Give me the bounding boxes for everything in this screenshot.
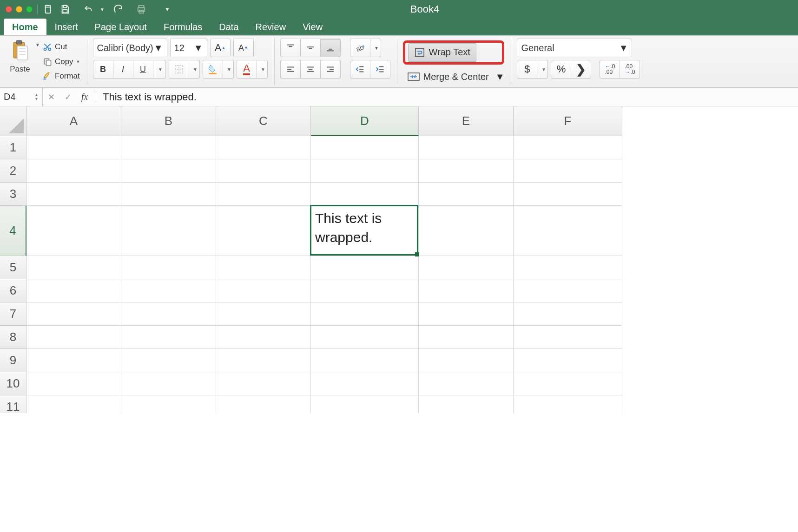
- align-top-button[interactable]: [280, 39, 301, 57]
- orientation-dropdown[interactable]: ▼: [370, 39, 381, 57]
- cell-A10[interactable]: [26, 372, 121, 395]
- fx-button[interactable]: fx: [76, 88, 93, 106]
- tab-home[interactable]: Home: [4, 19, 46, 35]
- confirm-formula-button[interactable]: ✓: [59, 88, 76, 106]
- cell-D6[interactable]: [311, 279, 419, 302]
- font-color-button[interactable]: A: [237, 60, 257, 79]
- print-icon[interactable]: [135, 3, 147, 15]
- column-header-D[interactable]: D: [311, 106, 419, 136]
- tab-insert[interactable]: Insert: [46, 19, 86, 35]
- cell-B8[interactable]: [121, 326, 216, 349]
- increase-decimal-button[interactable]: ←.0.00: [600, 60, 620, 79]
- formula-input[interactable]: This text is wrapped.: [99, 91, 798, 103]
- cell-B9[interactable]: [121, 349, 216, 372]
- decrease-decimal-button[interactable]: .00→.0: [620, 60, 640, 79]
- cell-B1[interactable]: [121, 136, 216, 159]
- row-header-3[interactable]: 3: [0, 183, 26, 206]
- cell-D8[interactable]: [311, 326, 419, 349]
- row-header-5[interactable]: 5: [0, 256, 26, 279]
- cell-C9[interactable]: [216, 349, 311, 372]
- select-all-corner[interactable]: [0, 106, 26, 136]
- number-format-select[interactable]: General▼: [517, 39, 632, 57]
- cell-F8[interactable]: [514, 326, 622, 349]
- paste-dropdown-icon[interactable]: ▼: [35, 42, 40, 47]
- row-header-6[interactable]: 6: [0, 279, 26, 302]
- cell-B7[interactable]: [121, 302, 216, 326]
- cell-D3[interactable]: [311, 183, 419, 206]
- row-header-7[interactable]: 7: [0, 302, 26, 326]
- currency-button[interactable]: $: [517, 60, 537, 79]
- cell-A2[interactable]: [26, 159, 121, 183]
- column-header-F[interactable]: F: [514, 106, 622, 136]
- undo-icon[interactable]: [82, 3, 94, 15]
- currency-dropdown[interactable]: ▼: [537, 60, 548, 79]
- selected-cell[interactable]: This text is wrapped.: [310, 205, 418, 256]
- cell-C5[interactable]: [216, 256, 311, 279]
- comma-button[interactable]: ❯: [571, 60, 591, 79]
- cell-C7[interactable]: [216, 302, 311, 326]
- cell-D1[interactable]: [311, 136, 419, 159]
- fill-color-dropdown[interactable]: ▼: [223, 60, 234, 79]
- column-header-C[interactable]: C: [216, 106, 311, 136]
- cell-E6[interactable]: [419, 279, 514, 302]
- cell-D2[interactable]: [311, 159, 419, 183]
- percent-button[interactable]: %: [551, 60, 571, 79]
- orientation-button[interactable]: ab: [350, 39, 370, 57]
- cell-B11[interactable]: [121, 395, 216, 413]
- cell-C3[interactable]: [216, 183, 311, 206]
- column-header-B[interactable]: B: [121, 106, 216, 136]
- cell-C6[interactable]: [216, 279, 311, 302]
- cell-E8[interactable]: [419, 326, 514, 349]
- window-minimize-button[interactable]: [16, 6, 22, 13]
- cell-B5[interactable]: [121, 256, 216, 279]
- italic-button[interactable]: I: [113, 60, 133, 79]
- shrink-font-button[interactable]: A▼: [233, 39, 254, 57]
- row-header-1[interactable]: 1: [0, 136, 26, 159]
- align-right-button[interactable]: [320, 60, 341, 79]
- customize-quick-access-icon[interactable]: ▼: [161, 3, 173, 15]
- column-header-E[interactable]: E: [419, 106, 514, 136]
- cell-F1[interactable]: [514, 136, 622, 159]
- row-header-10[interactable]: 10: [0, 372, 26, 395]
- save-icon[interactable]: [59, 3, 71, 15]
- cell-C1[interactable]: [216, 136, 311, 159]
- cell-E11[interactable]: [419, 395, 514, 413]
- cell-B6[interactable]: [121, 279, 216, 302]
- cell-E9[interactable]: [419, 349, 514, 372]
- merge-center-button[interactable]: Merge & Center ▼: [403, 71, 505, 83]
- cell-A9[interactable]: [26, 349, 121, 372]
- tab-data[interactable]: Data: [211, 19, 247, 35]
- redo-icon[interactable]: [112, 3, 124, 15]
- cell-F6[interactable]: [514, 279, 622, 302]
- align-middle-button[interactable]: [300, 39, 321, 57]
- cell-A11[interactable]: [26, 395, 121, 413]
- cell-F4[interactable]: [514, 206, 622, 256]
- tab-view[interactable]: View: [294, 19, 331, 35]
- column-header-A[interactable]: A: [26, 106, 121, 136]
- format-painter-button[interactable]: Format: [43, 70, 80, 83]
- cells-area[interactable]: [26, 136, 798, 413]
- cell-B4[interactable]: [121, 206, 216, 256]
- window-close-button[interactable]: [6, 6, 12, 13]
- row-header-2[interactable]: 2: [0, 159, 26, 183]
- cell-B3[interactable]: [121, 183, 216, 206]
- cell-C11[interactable]: [216, 395, 311, 413]
- cell-D5[interactable]: [311, 256, 419, 279]
- cell-E1[interactable]: [419, 136, 514, 159]
- tab-formulas[interactable]: Formulas: [155, 19, 211, 35]
- row-header-9[interactable]: 9: [0, 349, 26, 372]
- cell-F10[interactable]: [514, 372, 622, 395]
- underline-button[interactable]: U: [133, 60, 153, 79]
- cell-A7[interactable]: [26, 302, 121, 326]
- cut-button[interactable]: Cut: [43, 40, 80, 53]
- cell-D10[interactable]: [311, 372, 419, 395]
- copy-button[interactable]: Copy ▼: [43, 55, 80, 68]
- cancel-formula-button[interactable]: ✕: [43, 88, 59, 106]
- name-box[interactable]: D4 ▲▼: [0, 88, 43, 106]
- cell-F11[interactable]: [514, 395, 622, 413]
- bold-button[interactable]: B: [93, 60, 113, 79]
- cell-A4[interactable]: [26, 206, 121, 256]
- new-file-icon[interactable]: [42, 3, 54, 15]
- cell-E5[interactable]: [419, 256, 514, 279]
- row-header-4[interactable]: 4: [0, 206, 26, 256]
